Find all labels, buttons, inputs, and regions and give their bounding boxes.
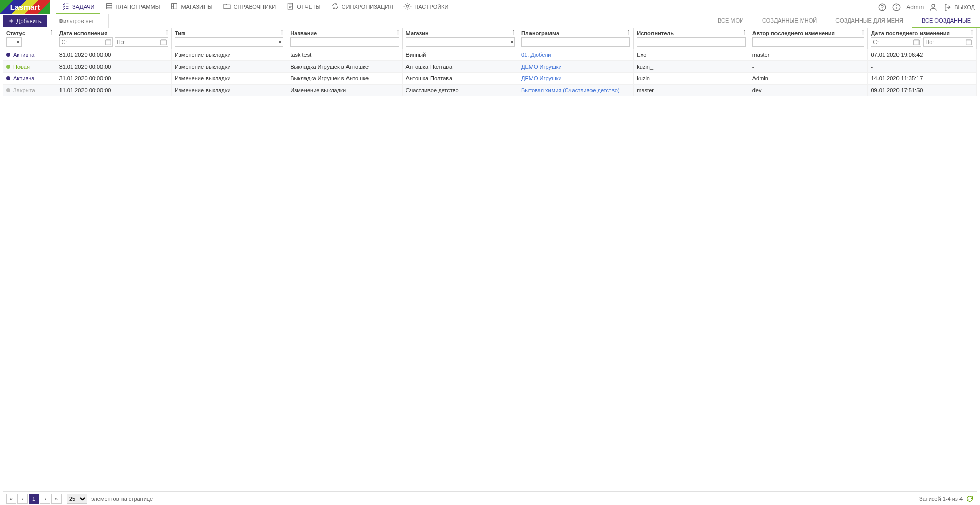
status-text: Активна <box>13 75 35 81</box>
column-menu-icon[interactable]: ⋮ <box>626 29 632 35</box>
col-name[interactable]: Название ⋮ <box>287 28 402 49</box>
type-cell: Изменение выкладки <box>171 85 287 96</box>
store-cell: Антошка Полтава <box>402 73 518 85</box>
records-info: Записей 1-4 из 4 <box>919 496 963 502</box>
filter-type[interactable] <box>175 37 283 47</box>
filter-planogram[interactable] <box>521 37 630 47</box>
pager-first[interactable]: « <box>6 494 16 504</box>
refresh-icon[interactable] <box>966 495 974 503</box>
exit-button[interactable]: ВЫХОД <box>943 3 975 12</box>
column-menu-icon[interactable]: ⋮ <box>860 29 866 35</box>
nav-item-tasks[interactable]: ЗАДАЧИ <box>56 0 100 14</box>
user-icon[interactable] <box>929 3 938 12</box>
filter-date-from[interactable] <box>59 37 113 47</box>
col-last-date[interactable]: Дата последнего изменения ⋮ <box>868 28 977 49</box>
name-cell: Выкладка Игрушек в Антошке <box>287 73 402 85</box>
planogram-link[interactable]: ДЕМО Игрушки <box>521 64 562 70</box>
table-row[interactable]: Активна31.01.2020 00:00:00Изменение выкл… <box>3 73 977 85</box>
author-cell: - <box>749 61 868 73</box>
planogram-link[interactable]: ДЕМО Игрушки <box>521 75 562 81</box>
svg-point-19 <box>932 4 935 7</box>
pager-current[interactable]: 1 <box>29 494 39 504</box>
filter-lastdate-from[interactable] <box>871 37 921 47</box>
lastdate-cell: 09.01.2020 17:51:50 <box>868 85 977 96</box>
col-exec-date[interactable]: Дата исполнения ⋮ <box>56 28 171 49</box>
toolbar: Добавить Фильтров нет ВСЕ МОИСОЗДАННЫЕ М… <box>0 14 980 28</box>
table-row[interactable]: Активна31.01.2020 00:00:00Изменение выкл… <box>3 49 977 61</box>
status-dot-icon <box>6 76 10 80</box>
help-icon[interactable] <box>877 3 887 12</box>
nav-item-settings[interactable]: НАСТРОЙКИ <box>398 0 454 14</box>
type-cell: Изменение выкладки <box>171 73 287 85</box>
filter-store[interactable] <box>406 37 515 47</box>
status-dot-icon <box>6 53 10 57</box>
author-cell: dev <box>749 85 868 96</box>
pager-next[interactable]: › <box>40 494 50 504</box>
planogram-link[interactable]: 01. Дюбели <box>521 52 552 58</box>
svg-point-18 <box>896 5 897 6</box>
filter-name[interactable] <box>290 37 399 47</box>
nav-item-report[interactable]: ОТЧЁТЫ <box>281 0 325 14</box>
exec-date-cell: 31.01.2020 00:00:00 <box>56 49 171 61</box>
table-row[interactable]: Закрыта11.01.2020 00:00:00Изменение выкл… <box>3 85 977 96</box>
nav-item-store[interactable]: МАГАЗИНЫ <box>165 0 217 14</box>
column-menu-icon[interactable]: ⋮ <box>742 29 748 35</box>
filters-none-label: Фильтров нет <box>59 14 109 28</box>
column-menu-icon[interactable]: ⋮ <box>395 29 401 35</box>
folder-icon <box>223 2 231 11</box>
status-text: Закрыта <box>13 87 35 93</box>
exec-date-cell: 31.01.2020 00:00:00 <box>56 61 171 73</box>
store-cell: Антошка Полтава <box>402 61 518 73</box>
exec-date-cell: 31.01.2020 00:00:00 <box>56 73 171 85</box>
column-menu-icon[interactable]: ⋮ <box>279 29 285 35</box>
col-status[interactable]: Статус ⋮ <box>3 28 56 49</box>
col-type[interactable]: Тип ⋮ <box>171 28 287 49</box>
col-executor[interactable]: Исполнитель ⋮ <box>634 28 749 49</box>
page-size-select[interactable]: 25 <box>67 494 87 504</box>
pager-prev[interactable]: ‹ <box>17 494 28 504</box>
scope-tab[interactable]: ВСЕ СОЗДАННЫЕ <box>912 14 980 28</box>
scope-tab[interactable]: СОЗДАННЫЕ ДЛЯ МЕНЯ <box>826 14 912 28</box>
add-button[interactable]: Добавить <box>3 15 47 27</box>
nav-item-folder[interactable]: СПРАВОЧНИКИ <box>218 0 281 14</box>
tasks-icon <box>62 2 70 11</box>
scope-tabs: ВСЕ МОИСОЗДАННЫЕ МНОЙСОЗДАННЫЕ ДЛЯ МЕНЯВ… <box>708 14 980 28</box>
col-store[interactable]: Магазин ⋮ <box>402 28 518 49</box>
current-user: Admin <box>906 4 924 11</box>
table-row[interactable]: Новая31.01.2020 00:00:00Изменение выклад… <box>3 61 977 73</box>
type-cell: Изменение выкладки <box>171 49 287 61</box>
scope-tab[interactable]: ВСЕ МОИ <box>708 14 753 28</box>
nav-label: СИНХРОНИЗАЦИЯ <box>342 4 394 10</box>
status-dot-icon <box>6 65 10 69</box>
scope-tab[interactable]: СОЗДАННЫЕ МНОЙ <box>753 14 826 28</box>
nav-item-sync[interactable]: СИНХРОНИЗАЦИЯ <box>326 0 399 14</box>
store-icon <box>170 2 178 11</box>
name-cell: Изменение выкладки <box>287 85 402 96</box>
executor-cell: Exo <box>634 49 749 61</box>
status-text: Активна <box>13 52 35 58</box>
filter-executor[interactable] <box>637 37 745 47</box>
nav-item-planogram[interactable]: ПЛАНОГРАММЫ <box>100 0 166 14</box>
filter-date-to[interactable] <box>115 37 168 47</box>
type-cell: Изменение выкладки <box>171 61 287 73</box>
column-menu-icon[interactable]: ⋮ <box>164 29 170 35</box>
executor-cell: kuzin_ <box>634 73 749 85</box>
topbar: Lasmart ЗАДАЧИПЛАНОГРАММЫМАГАЗИНЫСПРАВОЧ… <box>0 0 980 14</box>
main-nav: ЗАДАЧИПЛАНОГРАММЫМАГАЗИНЫСПРАВОЧНИКИОТЧЁ… <box>56 0 454 14</box>
executor-cell: master <box>634 85 749 96</box>
column-menu-icon[interactable]: ⋮ <box>969 29 975 35</box>
planogram-link[interactable]: Бытовая химия (Счастливое детство) <box>521 87 620 93</box>
pager-last[interactable]: » <box>51 494 62 504</box>
col-author[interactable]: Автор последнего изменения ⋮ <box>749 28 868 49</box>
filter-lastdate-to[interactable] <box>923 37 973 47</box>
nav-label: ПЛАНОГРАММЫ <box>116 4 160 10</box>
column-menu-icon[interactable]: ⋮ <box>49 29 55 35</box>
filter-status[interactable] <box>6 37 22 47</box>
filter-author[interactable] <box>752 37 865 47</box>
tasks-grid[interactable]: Статус ⋮ Дата исполнения ⋮ <box>3 28 977 492</box>
svg-point-15 <box>882 9 883 9</box>
settings-icon <box>403 2 412 11</box>
column-menu-icon[interactable]: ⋮ <box>511 29 517 35</box>
info-icon[interactable] <box>892 3 901 12</box>
col-planogram[interactable]: Планограмма ⋮ <box>518 28 633 49</box>
